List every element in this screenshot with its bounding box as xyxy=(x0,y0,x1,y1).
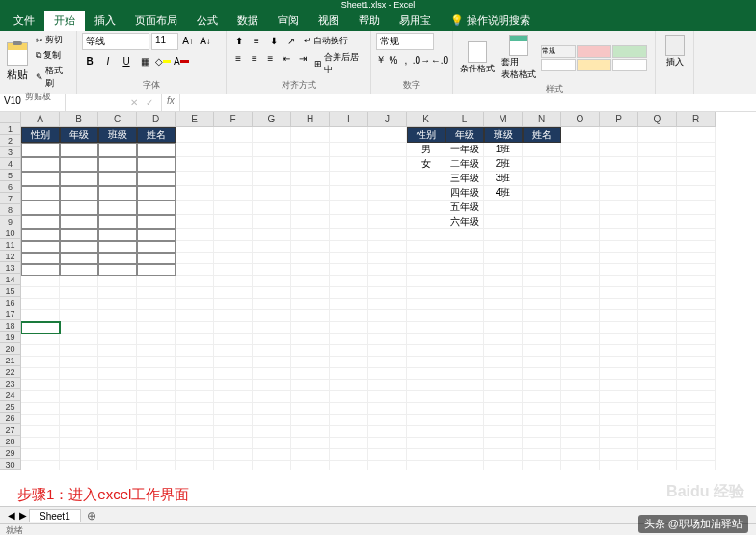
cell[interactable] xyxy=(253,368,291,380)
cell[interactable] xyxy=(21,345,60,357)
cell[interactable] xyxy=(21,403,60,415)
cell[interactable] xyxy=(60,322,98,334)
cell[interactable] xyxy=(214,345,253,357)
cell[interactable] xyxy=(561,241,600,253)
cell[interactable] xyxy=(214,127,253,143)
cell[interactable] xyxy=(214,334,253,345)
cell[interactable]: 四年级 xyxy=(446,186,484,201)
cell[interactable] xyxy=(677,310,716,322)
align-middle-icon[interactable]: ≡ xyxy=(249,33,264,48)
cell[interactable] xyxy=(98,186,137,201)
cell[interactable] xyxy=(600,403,638,415)
cell[interactable] xyxy=(21,215,60,229)
ribbon-tab-审阅[interactable]: 审阅 xyxy=(268,11,309,31)
cell[interactable] xyxy=(446,322,484,334)
cell[interactable] xyxy=(638,415,677,426)
cell[interactable] xyxy=(561,127,600,143)
cell[interactable] xyxy=(291,253,330,264)
cell[interactable] xyxy=(137,157,176,172)
indent-dec-icon[interactable]: ⇤ xyxy=(280,50,294,66)
ribbon-tab-视图[interactable]: 视图 xyxy=(309,11,349,31)
cell[interactable] xyxy=(561,310,600,322)
cut-button[interactable]: ✂剪切 xyxy=(33,33,71,47)
cell[interactable] xyxy=(98,322,137,334)
cell[interactable] xyxy=(600,157,638,172)
cell[interactable] xyxy=(176,143,214,157)
cell[interactable] xyxy=(523,334,561,345)
cell[interactable] xyxy=(330,449,368,461)
cell[interactable] xyxy=(214,276,253,287)
cell[interactable] xyxy=(638,391,677,403)
cell[interactable] xyxy=(446,461,484,470)
cell[interactable] xyxy=(368,368,407,380)
cell[interactable] xyxy=(677,334,716,345)
cell[interactable] xyxy=(561,391,600,403)
cell[interactable] xyxy=(407,276,446,287)
cell[interactable] xyxy=(60,310,98,322)
cell[interactable] xyxy=(407,438,446,449)
cell[interactable] xyxy=(523,201,561,215)
cell[interactable] xyxy=(137,334,176,345)
cell[interactable] xyxy=(330,253,368,264)
cell[interactable] xyxy=(291,276,330,287)
cell[interactable] xyxy=(137,287,176,299)
cell[interactable] xyxy=(98,215,137,229)
cell[interactable] xyxy=(638,322,677,334)
cell[interactable] xyxy=(600,276,638,287)
cell[interactable] xyxy=(176,229,214,241)
cell[interactable] xyxy=(600,287,638,299)
cell[interactable] xyxy=(561,403,600,415)
cell[interactable] xyxy=(291,415,330,426)
cell[interactable] xyxy=(638,157,677,172)
cell[interactable] xyxy=(561,380,600,391)
indent-inc-icon[interactable]: ⇥ xyxy=(295,50,310,66)
cell[interactable]: 一年级 xyxy=(446,143,484,157)
cell[interactable] xyxy=(253,357,291,368)
cell[interactable] xyxy=(291,345,330,357)
row-header[interactable]: 3 xyxy=(0,147,21,158)
cell[interactable] xyxy=(253,310,291,322)
number-format-select[interactable]: 常规 xyxy=(376,33,434,50)
col-header[interactable]: N xyxy=(523,112,561,127)
cell[interactable] xyxy=(600,449,638,461)
cell[interactable] xyxy=(523,415,561,426)
col-header[interactable]: I xyxy=(330,112,368,127)
cell[interactable] xyxy=(330,368,368,380)
name-box[interactable]: V10 xyxy=(0,94,66,111)
cell[interactable] xyxy=(484,264,523,276)
row-header[interactable]: 30 xyxy=(0,459,21,470)
col-header[interactable]: H xyxy=(291,112,330,127)
cell[interactable] xyxy=(561,143,600,157)
cell[interactable] xyxy=(137,253,176,264)
cell[interactable] xyxy=(21,438,60,449)
cell[interactable] xyxy=(137,380,176,391)
cell[interactable] xyxy=(330,299,368,310)
cell[interactable] xyxy=(98,253,137,264)
cell[interactable] xyxy=(253,172,291,186)
cell[interactable] xyxy=(677,426,716,438)
cell[interactable] xyxy=(60,229,98,241)
cell[interactable] xyxy=(98,380,137,391)
cell[interactable] xyxy=(137,415,176,426)
cell[interactable] xyxy=(561,426,600,438)
cell[interactable] xyxy=(253,276,291,287)
cell[interactable] xyxy=(677,322,716,334)
cell[interactable] xyxy=(291,403,330,415)
cell[interactable] xyxy=(253,334,291,345)
cell[interactable] xyxy=(368,438,407,449)
cell[interactable] xyxy=(368,253,407,264)
cell[interactable] xyxy=(214,310,253,322)
row-header[interactable]: 19 xyxy=(0,332,21,343)
cell[interactable] xyxy=(291,357,330,368)
cell[interactable] xyxy=(368,241,407,253)
cell[interactable] xyxy=(253,143,291,157)
cell[interactable] xyxy=(137,368,176,380)
cell[interactable] xyxy=(677,299,716,310)
cell[interactable]: 女 xyxy=(407,157,446,172)
cell[interactable] xyxy=(561,201,600,215)
cell[interactable] xyxy=(137,345,176,357)
row-header[interactable]: 22 xyxy=(0,366,21,378)
cell[interactable] xyxy=(137,299,176,310)
cell[interactable] xyxy=(638,357,677,368)
cell[interactable] xyxy=(484,368,523,380)
